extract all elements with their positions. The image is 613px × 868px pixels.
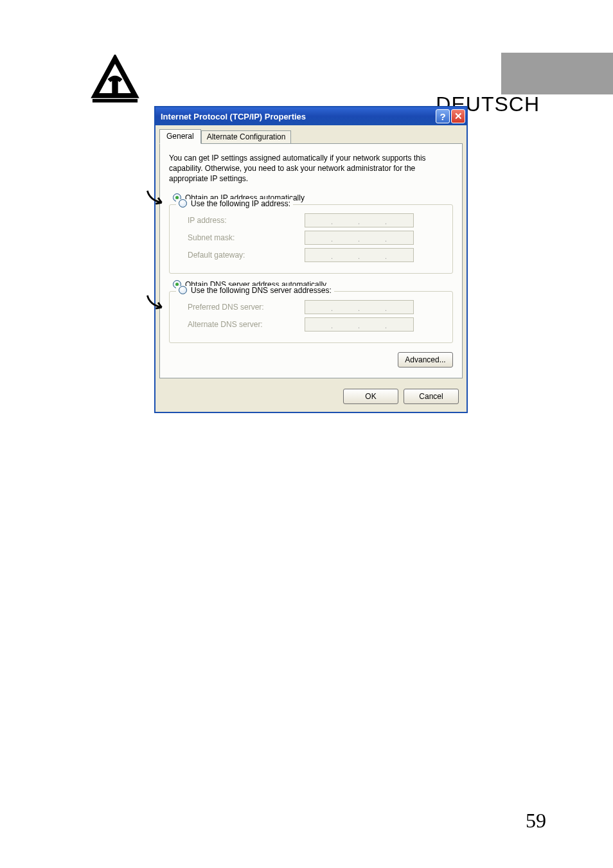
close-button[interactable]: ✕: [451, 109, 465, 123]
close-icon: ✕: [454, 111, 463, 122]
default-gateway-input: ...: [305, 248, 414, 262]
annotation-arrow-2: [146, 294, 170, 310]
advanced-button[interactable]: Advanced...: [398, 352, 453, 368]
tab-general[interactable]: General: [159, 129, 201, 144]
page-number: 59: [526, 809, 546, 833]
description-text: You can get IP settings assigned automat…: [169, 153, 453, 184]
radio-icon: [179, 286, 187, 294]
cancel-button[interactable]: Cancel: [404, 389, 459, 404]
ok-button[interactable]: OK: [343, 389, 398, 404]
dialog-titlebar[interactable]: Internet Protocol (TCP/IP) Properties ? …: [155, 107, 466, 125]
help-icon: ?: [440, 111, 445, 122]
svg-rect-0: [112, 78, 118, 96]
radio-use-following-dns[interactable]: Use the following DNS server addresses:: [176, 286, 334, 295]
preferred-dns-label: Preferred DNS server:: [176, 303, 305, 312]
ip-address-group: Use the following IP address: IP address…: [169, 204, 453, 274]
field-default-gateway: Default gateway: ...: [176, 248, 446, 262]
dialog-button-row: OK Cancel: [155, 382, 466, 412]
subnet-mask-label: Subnet mask:: [176, 233, 305, 242]
dns-address-group: Use the following DNS server addresses: …: [169, 291, 453, 343]
subnet-mask-input: ...: [305, 231, 414, 245]
ip-address-label: IP address:: [176, 216, 305, 225]
radio-icon: [179, 199, 187, 208]
field-ip-address: IP address: ...: [176, 213, 446, 227]
field-preferred-dns: Preferred DNS server: ...: [176, 300, 446, 314]
alternate-dns-input: ...: [305, 317, 414, 332]
tcpip-properties-dialog: Internet Protocol (TCP/IP) Properties ? …: [154, 106, 468, 413]
tab-strip: General Alternate Configuration: [155, 125, 466, 143]
annotation-arrow-1: [146, 190, 170, 205]
radio-use-following-ip[interactable]: Use the following IP address:: [176, 199, 293, 208]
radio-label: Use the following DNS server addresses:: [191, 286, 332, 295]
alternate-dns-label: Alternate DNS server:: [176, 320, 305, 329]
dialog-title: Internet Protocol (TCP/IP) Properties: [161, 112, 434, 121]
tab-alternate-configuration[interactable]: Alternate Configuration: [201, 130, 292, 143]
ip-address-input: ...: [305, 213, 414, 227]
field-subnet-mask: Subnet mask: ...: [176, 231, 446, 245]
help-button[interactable]: ?: [436, 109, 450, 123]
tab-panel-general: You can get IP settings assigned automat…: [159, 143, 463, 378]
field-alternate-dns: Alternate DNS server: ...: [176, 317, 446, 332]
default-gateway-label: Default gateway:: [176, 251, 305, 260]
header-gray-box: [501, 53, 613, 94]
document-page: DEUTSCH Internet Protocol (TCP/IP) Prope…: [67, 39, 546, 833]
brand-logo: [90, 55, 140, 105]
preferred-dns-input: ...: [305, 300, 414, 314]
radio-label: Use the following IP address:: [191, 199, 290, 208]
